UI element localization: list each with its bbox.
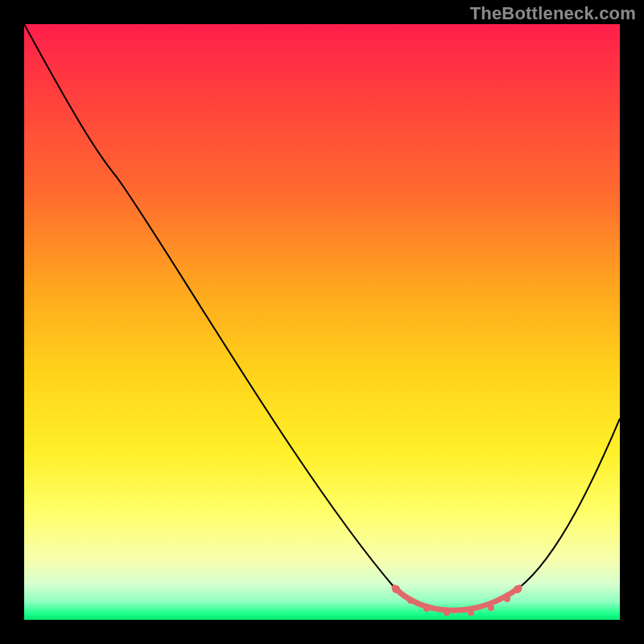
dot	[407, 597, 414, 604]
plot-area	[24, 24, 620, 620]
dot	[423, 605, 430, 612]
dot	[444, 609, 450, 616]
chart-frame: TheBottleneck.com	[0, 0, 644, 644]
dot	[468, 609, 474, 616]
bottleneck-curve	[24, 24, 620, 620]
dot	[504, 596, 510, 602]
dot	[514, 585, 522, 593]
dot	[392, 585, 400, 593]
watermark: TheBottleneck.com	[470, 3, 636, 24]
dot	[488, 605, 494, 611]
curve-main	[24, 24, 620, 610]
